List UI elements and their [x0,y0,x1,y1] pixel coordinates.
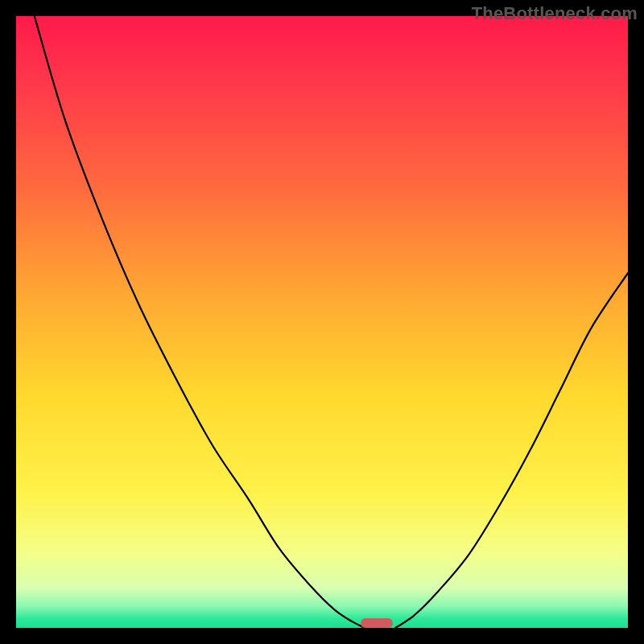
plot-area [16,16,628,628]
min-marker [361,618,393,628]
chart-frame: TheBottleneck.com [0,0,644,644]
watermark-text: TheBottleneck.com [472,3,638,24]
curve-right-branch [395,273,628,628]
curve-left-branch [35,16,365,628]
bottleneck-curve [16,16,628,628]
